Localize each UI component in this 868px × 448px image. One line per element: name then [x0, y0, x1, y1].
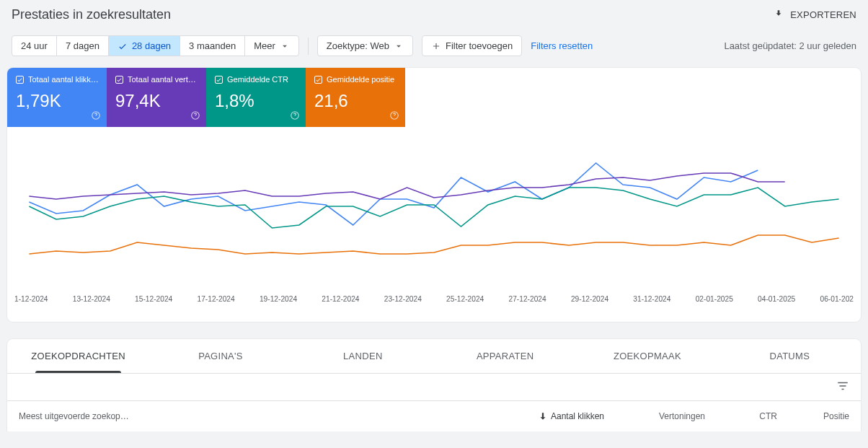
- page-title: Prestaties in zoekresultaten: [12, 7, 171, 22]
- tab-dates[interactable]: DATUMS: [719, 339, 861, 373]
- col-impressions[interactable]: Vertoningen: [604, 411, 705, 421]
- svg-text:23-12-2024: 23-12-2024: [384, 295, 422, 303]
- table-header: Meest uitgevoerde zoekop… Aantal klikken…: [7, 401, 861, 431]
- date-3m[interactable]: 3 maanden: [180, 36, 245, 56]
- add-filter-button[interactable]: Filter toevoegen: [422, 35, 522, 56]
- col-query[interactable]: Meest uitgevoerde zoekop…: [19, 411, 503, 421]
- performance-card: Totaal aantal klikk… 1,79K Totaal aantal…: [7, 68, 861, 322]
- metric-position-value: 21,6: [314, 91, 397, 111]
- date-24h[interactable]: 24 uur: [12, 36, 57, 56]
- col-clicks[interactable]: Aantal klikken: [503, 411, 604, 421]
- table-card: ZOEKOPDRACHTEN PAGINA'S LANDEN APPARATEN…: [7, 339, 861, 431]
- date-28d[interactable]: 28 dagen: [109, 36, 180, 56]
- svg-text:06-01-2025: 06-01-2025: [820, 295, 854, 303]
- export-label: EXPORTEREN: [790, 9, 856, 20]
- metric-impressions-value: 97,4K: [115, 91, 198, 111]
- search-type-selector[interactable]: Zoektype: Web: [317, 35, 413, 56]
- date-range-segmented: 24 uur 7 dagen 28 dagen 3 maanden Meer: [12, 35, 299, 56]
- toolbar-divider: [308, 38, 309, 55]
- help-icon[interactable]: [91, 110, 101, 123]
- metric-ctr-label: Gemiddelde CTR: [227, 75, 288, 84]
- chevron-down-icon: [280, 41, 290, 51]
- chevron-down-icon: [394, 41, 404, 51]
- tab-devices[interactable]: APPARATEN: [434, 339, 576, 373]
- svg-text:04-01-2025: 04-01-2025: [758, 295, 796, 303]
- date-more[interactable]: Meer: [245, 36, 298, 56]
- metric-clicks-value: 1,79K: [16, 91, 98, 111]
- svg-text:21-12-2024: 21-12-2024: [322, 295, 360, 303]
- col-position[interactable]: Positie: [777, 411, 849, 421]
- date-28d-label: 28 dagen: [132, 40, 171, 51]
- help-icon[interactable]: [290, 110, 300, 123]
- svg-text:17-12-2024: 17-12-2024: [198, 295, 236, 303]
- last-updated: Laatst geüpdatet: 2 uur geleden: [724, 40, 856, 51]
- tab-pages[interactable]: PAGINA'S: [149, 339, 291, 373]
- metric-impressions[interactable]: Totaal aantal vert… 97,4K: [107, 68, 206, 127]
- metric-row: Totaal aantal klikk… 1,79K Totaal aantal…: [7, 68, 861, 127]
- metric-clicks[interactable]: Totaal aantal klikk… 1,79K: [7, 68, 107, 127]
- svg-text:19-12-2024: 19-12-2024: [260, 295, 298, 303]
- col-clicks-label: Aantal klikken: [551, 411, 604, 421]
- reset-filters-link[interactable]: Filters resetten: [531, 40, 593, 51]
- checkbox-icon: [215, 76, 223, 84]
- metric-impressions-label: Totaal aantal vert…: [128, 75, 196, 84]
- svg-text:11-12-2024: 11-12-2024: [14, 295, 48, 303]
- metric-clicks-label: Totaal aantal klikk…: [28, 75, 98, 84]
- svg-text:25-12-2024: 25-12-2024: [446, 295, 484, 303]
- tabs: ZOEKOPDRACHTEN PAGINA'S LANDEN APPARATEN…: [7, 339, 861, 374]
- svg-text:31-12-2024: 31-12-2024: [633, 295, 671, 303]
- checkbox-icon: [16, 76, 24, 84]
- svg-text:02-01-2025: 02-01-2025: [696, 295, 734, 303]
- checkbox-icon: [115, 76, 123, 84]
- date-7d[interactable]: 7 dagen: [57, 36, 109, 56]
- svg-text:27-12-2024: 27-12-2024: [509, 295, 547, 303]
- search-type-label: Zoektype: Web: [327, 40, 389, 51]
- performance-chart: 11-12-202413-12-202415-12-202417-12-2024…: [7, 127, 861, 322]
- svg-text:13-12-2024: 13-12-2024: [73, 295, 111, 303]
- date-more-label: Meer: [254, 40, 275, 51]
- export-button[interactable]: EXPORTEREN: [773, 8, 856, 22]
- svg-text:29-12-2024: 29-12-2024: [571, 295, 609, 303]
- metric-ctr[interactable]: Gemiddelde CTR 1,8%: [206, 68, 306, 127]
- metric-position[interactable]: Gemiddelde positie 21,6: [306, 68, 405, 127]
- checkbox-icon: [314, 76, 322, 84]
- check-icon: [118, 41, 128, 51]
- svg-text:15-12-2024: 15-12-2024: [135, 295, 173, 303]
- sort-desc-icon: [538, 411, 548, 421]
- help-icon[interactable]: [190, 110, 200, 123]
- col-ctr[interactable]: CTR: [705, 411, 777, 421]
- help-icon[interactable]: [389, 110, 399, 123]
- metric-ctr-value: 1,8%: [215, 91, 297, 111]
- add-filter-label: Filter toevoegen: [446, 40, 513, 51]
- metric-position-label: Gemiddelde positie: [327, 75, 394, 84]
- download-icon: [773, 8, 784, 22]
- tab-appearance[interactable]: ZOEKOPMAAK: [576, 339, 718, 373]
- filter-icon[interactable]: [836, 379, 849, 395]
- tab-countries[interactable]: LANDEN: [292, 339, 434, 373]
- plus-icon: [431, 41, 441, 51]
- tab-queries[interactable]: ZOEKOPDRACHTEN: [7, 339, 149, 373]
